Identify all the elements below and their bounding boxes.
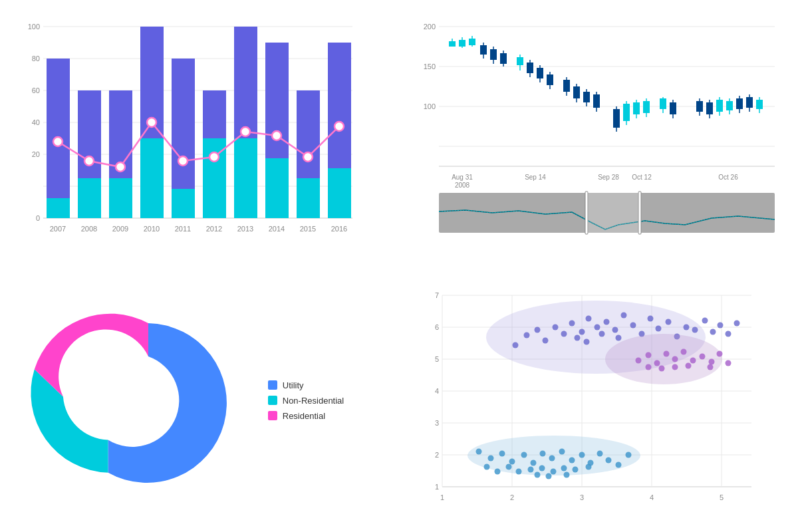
dot-b18 [516,469,522,475]
y-s-3: 3 [435,419,439,427]
bar-cyan-2015 [297,178,320,218]
dot-p16 [648,316,654,322]
legend-nonresidential-color [268,396,277,405]
candlestick-chart-panel: 200 150 100 [399,0,798,269]
x-sep28: Sep 28 [598,174,619,181]
candle-13 [583,92,590,102]
dot-2015 [303,152,313,162]
bar-cyan-2014 [265,158,289,218]
donut-residential [35,314,148,397]
dot-pk8 [700,354,706,360]
dot-b2 [488,456,494,462]
legend-residential-label: Residential [283,411,325,421]
dot-p3 [535,327,541,333]
dot-p30 [616,335,622,341]
dot-pk2 [646,352,652,358]
dot-p8 [579,329,585,335]
x-label-2008: 2008 [81,225,97,233]
dot-p14 [630,323,636,329]
dot-p26 [734,321,740,327]
legend-residential: Residential [268,411,344,421]
bar-cyan-2016 [328,168,351,218]
dot-b11 [579,452,585,458]
candle-27 [756,100,763,109]
dot-2011 [178,156,188,166]
dot-pk11 [726,360,732,366]
candle-10 [547,74,553,85]
nav-selection [588,192,638,234]
dot-p11 [604,319,610,325]
x-oct26: Oct 26 [718,174,738,181]
dot-p23 [710,329,716,335]
bar-line-chart-panel: 100 80 60 40 20 0 [0,0,399,269]
dot-p21 [692,327,698,333]
y-s-2: 2 [435,451,439,459]
dot-b21 [551,469,557,475]
x-label-2013: 2013 [237,225,253,233]
dot-2007 [53,137,63,146]
legend-utility-label: Utility [283,380,304,390]
dot-b15 [616,462,622,468]
candle-20 [670,102,676,114]
x-label-2012: 2012 [206,225,222,233]
candle-9 [537,68,543,78]
dot-p2 [524,332,530,338]
dot-b27 [535,472,541,478]
x-sep14: Sep 14 [525,174,546,181]
dot-pk15 [686,363,692,369]
dot-b3 [499,451,505,457]
x-label-2007: 2007 [50,225,66,233]
dot-p27 [575,335,581,341]
dot-pk7 [690,358,696,364]
candle-4 [480,45,487,55]
dot-2016 [334,122,344,131]
candle-6 [500,53,507,64]
x-s-4: 4 [650,493,654,501]
y-100: 100 [424,102,436,110]
y-150: 150 [424,63,436,70]
donut-svg [55,310,241,496]
dot-b7 [540,451,546,457]
dot-b22 [561,466,567,471]
dot-b24 [586,464,592,470]
legend-nonresidential: Non-Residential [268,396,344,406]
y-label-0: 0 [36,214,40,222]
dot-b26 [495,469,501,475]
y-s-5: 5 [435,355,439,363]
dot-p25 [726,331,732,337]
legend-residential-color [268,411,277,420]
y-s-4: 4 [435,387,439,395]
candle-3 [469,39,475,45]
bar-cyan-2013 [234,138,257,218]
y-label-40: 40 [32,118,40,126]
dot-pk14 [672,364,678,370]
candle-1 [449,41,456,47]
dot-pk9 [709,359,715,365]
legend-utility: Utility [268,380,344,390]
candle-21 [696,101,703,112]
nav-handle-left[interactable] [585,192,588,234]
candle-7 [517,57,523,65]
candle-11 [563,80,570,92]
dot-b20 [539,466,545,471]
legend-nonresidential-label: Non-Residential [283,396,344,406]
dot-p18 [666,319,672,325]
dot-pk6 [681,349,687,355]
x-oct12: Oct 12 [632,174,652,181]
nav-handle-right[interactable] [638,192,641,234]
candle-2 [459,40,466,47]
dot-2010 [147,118,156,127]
dot-pk13 [659,366,665,372]
dot-p20 [684,325,690,331]
bar-cyan-2008 [78,178,101,218]
x-2008: 2008 [455,182,470,189]
x-s-5: 5 [720,493,724,501]
candle-23 [716,100,723,112]
dot-p9 [586,316,592,322]
x-label-2015: 2015 [300,225,316,233]
candle-12 [573,86,580,98]
candle-19 [660,98,666,109]
dot-p29 [599,331,605,337]
candle-5 [490,49,497,60]
dot-b14 [606,458,612,464]
